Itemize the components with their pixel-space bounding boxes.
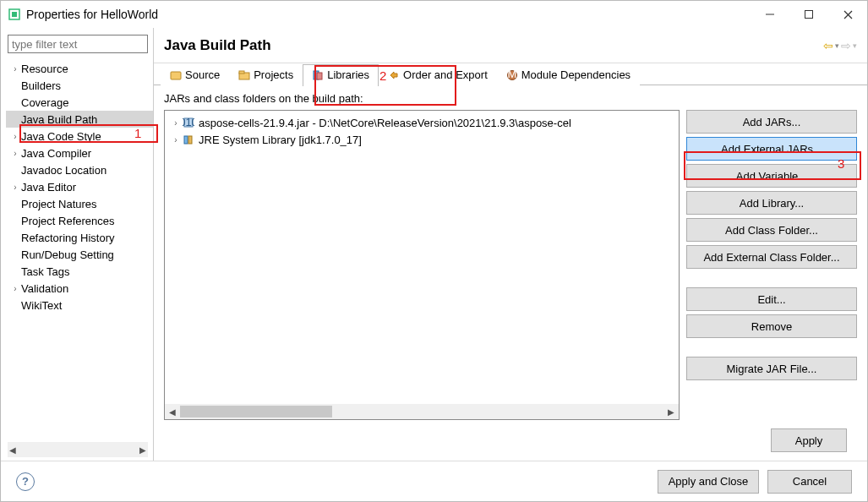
help-icon[interactable]: ? <box>16 472 35 491</box>
svg-rect-8 <box>239 71 244 74</box>
tab-module-dependencies[interactable]: MModule Dependencies <box>497 64 640 86</box>
category-tree[interactable]: ›ResourceBuildersCoverageJava Build Path… <box>3 60 153 439</box>
page-title: Java Build Path <box>164 37 271 54</box>
close-button[interactable] <box>828 1 867 28</box>
tab-content: JARs and class folders on the build path… <box>154 85 867 461</box>
expand-icon: › <box>170 135 182 145</box>
sidebar: ›ResourceBuildersCoverageJava Build Path… <box>1 28 153 461</box>
tree-item[interactable]: Project Natures <box>6 195 153 212</box>
scroll-left-icon: ◀ <box>165 407 180 417</box>
tab-label: Libraries <box>327 68 369 81</box>
expand-icon: › <box>9 132 21 141</box>
list-hscroll[interactable]: ◀ ▶ <box>165 404 679 419</box>
back-dropdown-icon[interactable]: ▾ <box>835 41 839 50</box>
svg-rect-15 <box>184 136 188 144</box>
tree-item-label: Java Compiler <box>21 147 91 160</box>
filter-input[interactable] <box>8 35 148 53</box>
add-library-button[interactable]: Add Library... <box>686 191 857 215</box>
tree-item[interactable]: ›Java Code Style <box>6 128 153 145</box>
tree-item-label: Resource <box>21 63 68 75</box>
tab-label: Order and Export <box>403 68 488 81</box>
tree-item-label: Refactoring History <box>21 232 115 244</box>
svg-text:010: 010 <box>183 117 194 128</box>
edit-button[interactable]: Edit... <box>686 287 857 311</box>
sidebar-hscroll[interactable]: ◀ ▶ <box>8 442 148 457</box>
tree-item-label: Task Tags <box>21 265 70 278</box>
library-icon <box>182 134 195 145</box>
tab-source[interactable]: Source <box>161 64 229 86</box>
tab-libraries[interactable]: Libraries <box>303 64 379 86</box>
tree-item-label: Project Natures <box>21 198 97 210</box>
tree-item-label: Run/Debug Setting <box>21 248 114 261</box>
tree-item[interactable]: Project References <box>6 212 153 229</box>
add-external-jars-button[interactable]: Add External JARs... <box>686 137 857 161</box>
action-buttons: Add JARs... Add External JARs... Add Var… <box>686 110 857 420</box>
tab-label: Module Dependencies <box>521 68 631 81</box>
svg-rect-16 <box>188 136 192 144</box>
tree-item[interactable]: ›Validation <box>6 280 153 297</box>
maximize-button[interactable] <box>789 1 828 28</box>
tab-label: Projects <box>254 68 293 81</box>
dialog-footer: ? Apply and Close Cancel <box>1 461 867 501</box>
tree-item-label: Java Build Path <box>21 113 97 126</box>
nav-history: ⇦ ▾ ⇨ ▾ <box>823 39 857 52</box>
tree-item[interactable]: Run/Debug Setting <box>6 246 153 263</box>
svg-rect-3 <box>805 11 813 19</box>
scroll-left-icon: ◀ <box>9 445 16 455</box>
tree-item[interactable]: Coverage <box>6 94 153 111</box>
svg-text:M: M <box>507 69 516 80</box>
apply-button[interactable]: Apply <box>771 428 847 452</box>
tree-item[interactable]: Task Tags <box>6 263 153 280</box>
titlebar: Properties for HelloWorld <box>1 1 867 28</box>
tree-item-label: Project References <box>21 215 115 227</box>
forward-dropdown-icon[interactable]: ▾ <box>853 41 857 50</box>
tab-icon <box>238 69 250 81</box>
classpath-entry[interactable]: ›JRE System Library [jdk1.7.0_17] <box>165 131 679 148</box>
add-external-class-folder-button[interactable]: Add External Class Folder... <box>686 245 857 269</box>
tab-icon: M <box>506 69 518 81</box>
tree-item[interactable]: ›Java Compiler <box>6 145 153 161</box>
forward-icon[interactable]: ⇨ <box>841 39 851 52</box>
add-jars-button[interactable]: Add JARs... <box>686 110 857 134</box>
add-variable-button[interactable]: Add Variable... <box>686 164 857 188</box>
tree-item[interactable]: WikiText <box>6 297 153 314</box>
scroll-right-icon: ▶ <box>663 407 679 417</box>
back-icon[interactable]: ⇦ <box>823 39 833 52</box>
tab-order-and-export[interactable]: Order and Export <box>379 64 497 86</box>
classpath-entry[interactable]: ›010aspose-cells-21.9.4.jar - D:\NetCore… <box>165 114 679 131</box>
svg-rect-10 <box>317 73 322 79</box>
add-class-folder-button[interactable]: Add Class Folder... <box>686 218 857 242</box>
tree-item[interactable]: Javadoc Location <box>6 161 153 178</box>
tab-icon <box>388 69 400 81</box>
filter-container <box>8 35 148 53</box>
tree-item-label: Validation <box>21 282 68 295</box>
main-header: Java Build Path ⇦ ▾ ⇨ ▾ <box>154 28 867 63</box>
migrate-jar-button[interactable]: Migrate JAR File... <box>686 357 857 380</box>
tab-projects[interactable]: Projects <box>229 64 303 86</box>
tree-item-label: WikiText <box>21 299 62 312</box>
svg-rect-1 <box>12 12 17 17</box>
scroll-thumb[interactable] <box>180 406 332 417</box>
tab-bar: SourceProjectsLibrariesOrder and ExportM… <box>154 63 867 85</box>
minimize-button[interactable] <box>751 1 789 28</box>
tree-item-label: Javadoc Location <box>21 164 106 177</box>
expand-icon: › <box>9 284 21 293</box>
tree-item[interactable]: ›Resource <box>6 60 153 77</box>
apply-and-close-button[interactable]: Apply and Close <box>658 470 759 494</box>
window-title: Properties for HelloWorld <box>26 8 158 21</box>
cancel-button[interactable]: Cancel <box>767 470 852 494</box>
tab-icon <box>170 69 182 81</box>
tree-item-label: Builders <box>21 79 61 92</box>
app-icon <box>8 8 21 21</box>
tree-item[interactable]: ›Java Editor <box>6 178 153 195</box>
jar-icon: 010 <box>182 117 195 128</box>
remove-button[interactable]: Remove <box>686 314 857 338</box>
list-description: JARs and class folders on the build path… <box>164 92 857 105</box>
classpath-list[interactable]: ›010aspose-cells-21.9.4.jar - D:\NetCore… <box>164 110 680 420</box>
tree-item[interactable]: Builders <box>6 77 153 94</box>
tab-icon <box>312 69 324 81</box>
tree-item[interactable]: Java Build Path <box>6 111 153 128</box>
expand-icon: › <box>170 118 182 128</box>
expand-icon: › <box>9 64 21 74</box>
tree-item[interactable]: Refactoring History <box>6 229 153 246</box>
